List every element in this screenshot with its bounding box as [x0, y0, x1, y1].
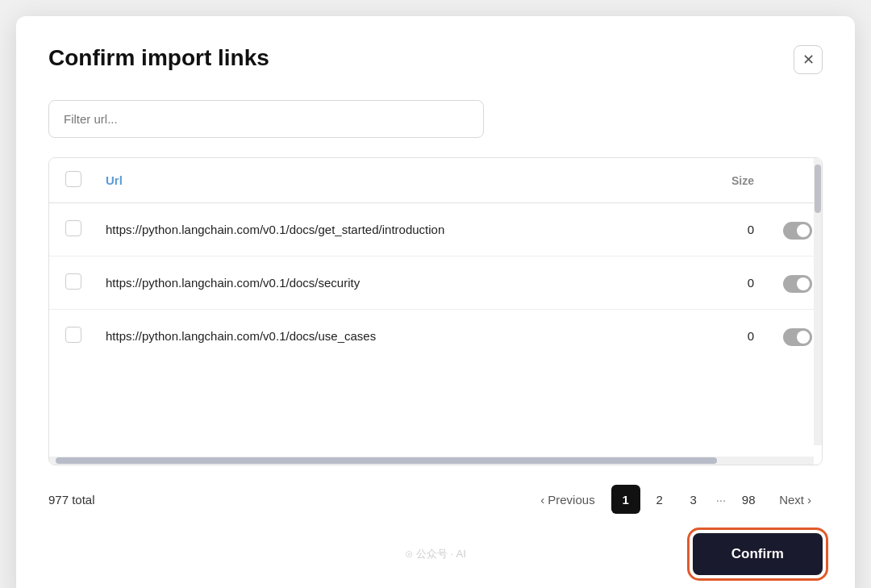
horizontal-scrollbar-thumb [56, 457, 717, 464]
table-body: https://python.langchain.com/v0.1/docs/g… [49, 203, 822, 363]
vertical-scrollbar[interactable] [814, 158, 822, 445]
modal-title: Confirm import links [48, 45, 269, 71]
row-url-0: https://python.langchain.com/v0.1/docs/g… [90, 203, 712, 256]
next-button[interactable]: Next › [768, 486, 823, 513]
row-url-2: https://python.langchain.com/v0.1/docs/u… [90, 310, 712, 363]
close-button[interactable]: ✕ [794, 45, 823, 74]
header-url: Url [90, 158, 712, 203]
links-table: Url Size https://python.langchain.com/v0… [49, 158, 822, 362]
chevron-right-icon: › [807, 493, 811, 507]
row-checkbox-cell [49, 203, 90, 256]
vertical-scrollbar-thumb [815, 165, 821, 213]
select-all-checkbox[interactable] [65, 171, 81, 187]
row-toggle-0[interactable] [783, 222, 812, 240]
page-98-label: 98 [742, 493, 756, 507]
row-checkbox-0[interactable] [65, 220, 81, 236]
header-size: Size [712, 158, 777, 203]
pagination-dots: ··· [713, 493, 730, 507]
confirm-button[interactable]: Confirm [693, 533, 823, 575]
horizontal-scrollbar[interactable] [49, 457, 814, 465]
row-checkbox-cell [49, 310, 90, 363]
row-checkbox-cell [49, 256, 90, 310]
watermark: ⊙ 公众号 · AI [405, 547, 466, 561]
row-checkbox-1[interactable] [65, 273, 81, 290]
table-row: https://python.langchain.com/v0.1/docs/g… [49, 203, 822, 256]
row-checkbox-2[interactable] [65, 327, 81, 343]
page-3-button[interactable]: 3 [679, 485, 708, 514]
filter-input[interactable] [48, 100, 484, 138]
table-wrapper: Url Size https://python.langchain.com/v0… [48, 157, 823, 465]
modal: Confirm import links ✕ Url Size [16, 16, 855, 588]
confirm-label: Confirm [731, 546, 784, 561]
row-size-2: 0 [712, 310, 777, 363]
table-scroll: Url Size https://python.langchain.com/v0… [49, 158, 822, 362]
row-toggle-2[interactable] [783, 328, 812, 346]
page-1-label: 1 [622, 493, 628, 507]
table-header-row: Url Size [49, 158, 822, 203]
table-row: https://python.langchain.com/v0.1/docs/s… [49, 256, 822, 310]
actions-row: ⊙ 公众号 · AI Confirm [48, 533, 823, 575]
close-icon: ✕ [802, 51, 815, 69]
page-98-button[interactable]: 98 [734, 485, 763, 514]
chevron-left-icon: ‹ [540, 493, 544, 507]
row-size-1: 0 [712, 256, 777, 310]
page-3-label: 3 [690, 493, 696, 507]
total-count: 977 total [48, 493, 95, 507]
row-toggle-1[interactable] [783, 275, 812, 293]
row-size-0: 0 [712, 203, 777, 256]
previous-button[interactable]: ‹ Previous [529, 486, 606, 513]
table-row: https://python.langchain.com/v0.1/docs/u… [49, 310, 822, 363]
next-label: Next [779, 493, 804, 507]
previous-label: Previous [548, 493, 594, 507]
row-url-1: https://python.langchain.com/v0.1/docs/s… [90, 256, 712, 310]
footer: 977 total ‹ Previous 1 2 3 ··· 98 Next › [48, 485, 823, 514]
page-2-label: 2 [656, 493, 662, 507]
pagination: ‹ Previous 1 2 3 ··· 98 Next › [529, 485, 823, 514]
page-1-button[interactable]: 1 [611, 485, 640, 514]
modal-header: Confirm import links ✕ [48, 45, 823, 74]
header-checkbox-col [49, 158, 90, 203]
page-2-button[interactable]: 2 [645, 485, 674, 514]
